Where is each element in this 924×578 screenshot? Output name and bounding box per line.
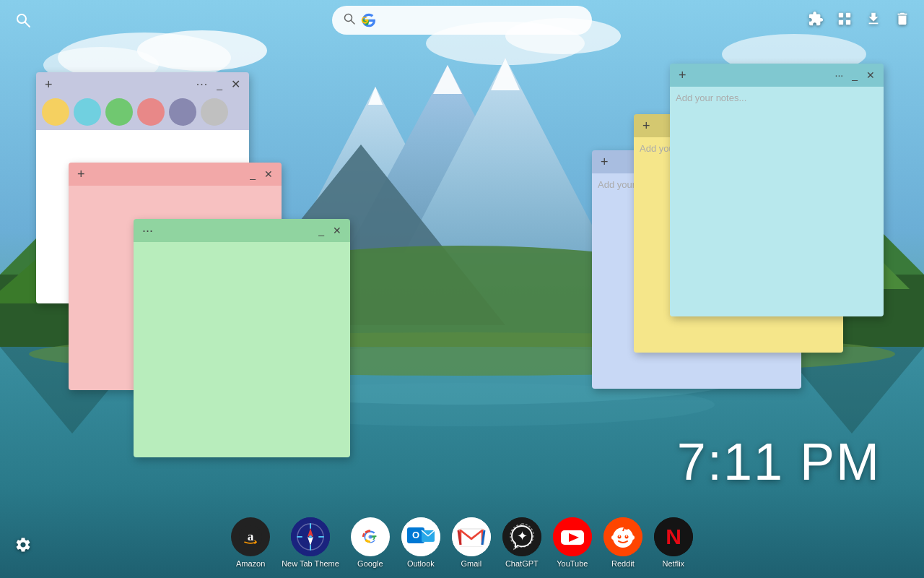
gmail-icon <box>452 517 491 556</box>
note-cyan: + ··· _ ✕ Add your notes... <box>670 64 884 316</box>
note-main-menu-button[interactable]: ··· <box>193 77 211 92</box>
note-green-close-button[interactable]: ✕ <box>330 224 344 237</box>
svg-point-47 <box>309 535 312 538</box>
grid-icon[interactable] <box>834 9 855 29</box>
youtube-label: YouTube <box>557 559 588 568</box>
svg-text:a: a <box>248 530 254 543</box>
note-cyan-menu-button[interactable]: ··· <box>832 69 847 82</box>
note-green-minimize-button[interactable]: _ <box>315 224 327 237</box>
note-main-add-button[interactable]: + <box>42 77 56 92</box>
color-cyan-button[interactable] <box>74 98 101 126</box>
google-icon <box>351 517 390 556</box>
note-green-body[interactable] <box>134 242 350 457</box>
note-color-picker <box>42 98 228 126</box>
netflix-icon: N <box>654 517 693 556</box>
color-gray-button[interactable] <box>201 98 228 126</box>
note-green-add-button[interactable]: ··· <box>139 223 156 238</box>
note-main-minimize-button[interactable]: _ <box>214 77 225 92</box>
youtube-icon <box>553 517 592 556</box>
trash-icon[interactable] <box>892 9 912 29</box>
taskbar-item-chatgpt[interactable]: ✦ ChatGPT <box>502 517 541 568</box>
taskbar-item-youtube[interactable]: YouTube <box>553 517 592 568</box>
taskbar-item-reddit[interactable]: Reddit <box>603 517 642 568</box>
search-icon[interactable] <box>12 9 35 32</box>
gmail-label: Gmail <box>461 559 481 568</box>
chatgpt-icon: ✦ <box>502 517 541 556</box>
svg-text:✦: ✦ <box>516 529 527 543</box>
note-green-titlebar: ··· _ ✕ <box>134 219 350 242</box>
reddit-label: Reddit <box>611 559 635 568</box>
svg-point-29 <box>17 14 26 23</box>
svg-point-75 <box>611 535 616 540</box>
top-right-icons <box>806 9 912 29</box>
svg-line-32 <box>352 21 355 25</box>
svg-point-72 <box>626 535 627 537</box>
taskbar-item-amazon[interactable]: a Amazon <box>231 517 270 568</box>
taskbar: a Amazon New Tab Theme <box>0 513 924 578</box>
amazon-icon: a <box>231 517 270 556</box>
topbar <box>0 0 924 40</box>
color-purple-button[interactable] <box>169 98 196 126</box>
note-cyan-titlebar: + ··· _ ✕ <box>670 64 884 87</box>
search-bar[interactable] <box>332 6 592 35</box>
note-main-titlebar: + ··· _ ✕ <box>36 72 249 130</box>
clock-time: 7:11 PM <box>677 433 881 491</box>
svg-point-76 <box>630 535 635 540</box>
svg-rect-35 <box>839 20 843 25</box>
newtabtheme-label: New Tab Theme <box>282 559 339 568</box>
note-main-close-button[interactable]: ✕ <box>228 77 243 92</box>
note-cyan-add-button[interactable]: + <box>676 67 689 83</box>
svg-point-49 <box>368 535 372 538</box>
svg-text:O: O <box>412 530 419 540</box>
amazon-label: Amazon <box>236 559 265 568</box>
taskbar-item-gmail[interactable]: Gmail <box>452 517 491 568</box>
reddit-icon <box>603 517 642 556</box>
extensions-icon[interactable] <box>806 9 826 29</box>
outlook-icon: O <box>401 517 440 556</box>
settings-gear-button[interactable] <box>14 536 32 558</box>
svg-rect-36 <box>846 20 850 25</box>
note-pink-minimize-button[interactable]: _ <box>247 168 258 181</box>
note-blue-add-button[interactable]: + <box>598 154 611 170</box>
chatgpt-label: ChatGPT <box>505 559 539 568</box>
clock: 7:11 PM <box>677 432 881 491</box>
taskbar-item-google[interactable]: Google <box>351 517 390 568</box>
color-pink-button[interactable] <box>137 98 165 126</box>
note-cyan-minimize-button[interactable]: _ <box>849 69 860 82</box>
svg-text:N: N <box>666 525 681 548</box>
note-cyan-close-button[interactable]: ✕ <box>863 69 878 82</box>
newtabtheme-icon <box>291 517 330 556</box>
google-logo <box>361 12 377 28</box>
search-icon-small <box>344 13 355 27</box>
google-label: Google <box>357 559 383 568</box>
svg-point-73 <box>624 525 629 530</box>
svg-rect-34 <box>846 13 850 17</box>
taskbar-item-outlook[interactable]: O Outlook <box>401 517 440 568</box>
download-icon[interactable] <box>863 9 884 29</box>
color-green-button[interactable] <box>105 98 133 126</box>
note-cyan-body[interactable]: Add your notes... <box>670 87 884 316</box>
svg-rect-33 <box>839 13 843 17</box>
note-pink-add-button[interactable]: + <box>74 166 88 182</box>
outlook-label: Outlook <box>407 559 435 568</box>
note-pink-titlebar: + _ ✕ <box>69 163 282 186</box>
taskbar-item-netflix[interactable]: N Netflix <box>654 517 693 568</box>
svg-point-71 <box>619 535 620 537</box>
taskbar-item-newtabtheme[interactable]: New Tab Theme <box>282 517 339 568</box>
note-green: ··· _ ✕ <box>134 219 350 457</box>
note-pink-close-button[interactable]: ✕ <box>261 168 276 181</box>
netflix-label: Netflix <box>663 559 685 568</box>
svg-line-30 <box>25 22 30 27</box>
note-yellow-add-button[interactable]: + <box>640 118 653 134</box>
note-cyan-placeholder: Add your notes... <box>676 92 746 103</box>
color-yellow-button[interactable] <box>42 98 69 126</box>
